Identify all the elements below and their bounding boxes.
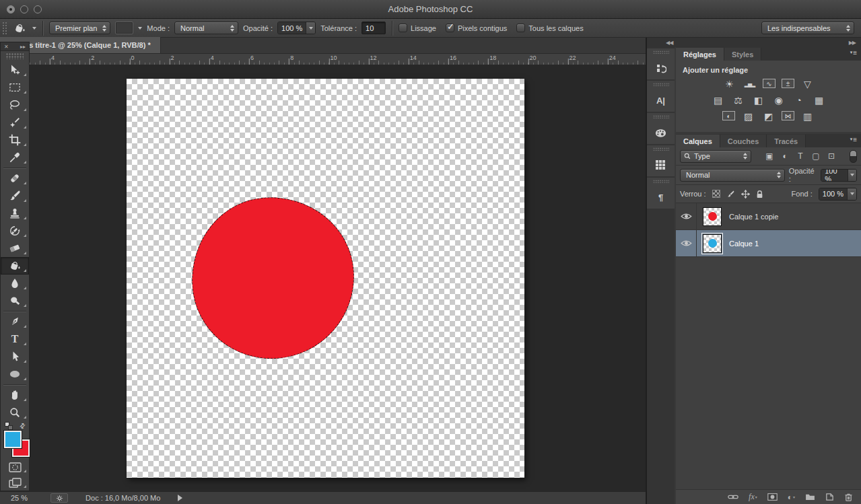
color-balance-adjustment-icon[interactable]: ⚖ (731, 95, 745, 106)
tab-réglages[interactable]: Réglages (676, 48, 724, 61)
panel-icon-paragraph[interactable]: ¶ (647, 178, 675, 209)
swatches-icon[interactable] (656, 154, 666, 176)
layer-visibility-eye-icon[interactable] (676, 203, 697, 229)
add-mask-button[interactable] (767, 493, 778, 501)
panel-icon-color[interactable] (647, 113, 675, 144)
type-tool[interactable]: T (1, 330, 29, 348)
layer-thumbnail[interactable] (703, 207, 722, 226)
screen-mode-button[interactable] (1, 475, 29, 491)
selected-shape[interactable] (186, 192, 359, 364)
blur-tool[interactable] (1, 275, 29, 292)
filter-toggle-switch[interactable] (850, 150, 857, 163)
fill-source-dropdown[interactable]: Premier plan (49, 22, 110, 34)
opacity-caret-icon[interactable] (306, 22, 315, 34)
delete-layer-button[interactable] (844, 493, 853, 501)
move-tool[interactable] (1, 61, 29, 79)
toolbar-grip[interactable] (6, 53, 24, 59)
collapse-strip-icon[interactable]: ◀◀ (666, 40, 673, 46)
workspace-dropdown[interactable]: Les indispensables (761, 22, 854, 34)
crop-tool[interactable] (1, 131, 29, 149)
tolerance-input[interactable]: 10 (361, 22, 386, 34)
layer-row[interactable]: Calque 1 copie (676, 203, 861, 230)
horizontal-ruler[interactable]: 42024681012141618202224 (0, 54, 646, 65)
collapse-panels-icon[interactable]: ▶▶ (849, 40, 856, 46)
new-adjustment-button[interactable]: ◐▾ (788, 493, 795, 502)
blend-mode-dropdown[interactable]: Normal (680, 169, 785, 182)
layer-thumbnail[interactable] (703, 234, 722, 253)
panel-icon-swatches[interactable] (647, 145, 675, 176)
tab-couches[interactable]: Couches (720, 135, 767, 147)
color-lookup-adjustment-icon[interactable]: ▦ (812, 95, 826, 106)
curves-adjustment-icon[interactable]: ∿ (763, 79, 776, 88)
document-size-info[interactable]: Doc : 16,0 Mo/8,00 Mo (85, 494, 160, 502)
layers-menu-icon[interactable]: ≡ (850, 136, 857, 143)
filter-shape-layers-icon[interactable]: ▢ (811, 151, 821, 161)
character-icon[interactable]: A| (656, 89, 665, 112)
canvas-viewport[interactable] (0, 65, 646, 491)
layer-row[interactable]: Calque 1 (676, 230, 861, 257)
mode-dropdown[interactable]: Normal (174, 22, 238, 34)
ellipse-tool[interactable] (1, 365, 29, 383)
hue-saturation-adjustment-icon[interactable]: ▤ (711, 95, 725, 106)
canvas-document[interactable] (127, 79, 524, 478)
checkbox-pixels-contigus[interactable]: Pixels contigus (446, 24, 507, 32)
opacity-dropdown[interactable]: 100 % (277, 22, 316, 34)
zoom-tool[interactable] (1, 404, 29, 421)
toolbar-close-icon[interactable]: ✕ (4, 44, 9, 50)
new-group-button[interactable] (805, 493, 815, 501)
layer-visibility-eye-icon[interactable] (676, 230, 697, 256)
marquee-tool[interactable] (1, 79, 29, 96)
panel-icon-character[interactable]: A| (647, 81, 675, 112)
lock-position-icon[interactable] (741, 190, 750, 199)
clone-stamp-tool[interactable] (1, 205, 29, 222)
quick-mask-button[interactable] (1, 460, 29, 475)
filter-smart-objects-icon[interactable]: ⊡ (827, 151, 837, 161)
lock-paint-icon[interactable] (726, 190, 735, 199)
pen-tool[interactable] (1, 313, 29, 330)
filter-type-layers-icon[interactable]: T (796, 151, 806, 161)
tab-styles[interactable]: Styles (724, 48, 761, 61)
color-icon[interactable] (655, 122, 666, 144)
link-layers-button[interactable] (728, 494, 738, 500)
checkbox-icon[interactable] (516, 24, 525, 32)
panel-icon-history[interactable] (647, 48, 675, 79)
photo-filter-adjustment-icon[interactable]: ◉ (771, 95, 786, 106)
toolbar-expand-icon[interactable]: ▸▸ (20, 44, 26, 50)
pattern-caret-icon[interactable] (138, 27, 142, 30)
lock-all-icon[interactable] (756, 190, 763, 199)
brightness-contrast-adjustment-icon[interactable]: ☀ (722, 79, 736, 89)
levels-adjustment-icon[interactable]: ▂▅▂ (743, 79, 757, 89)
invert-adjustment-icon[interactable]: ◐ (722, 111, 735, 120)
new-layer-button[interactable] (825, 493, 834, 501)
swap-colors-icon[interactable]: ⇄ (18, 421, 27, 431)
lock-transparency-icon[interactable] (712, 190, 720, 198)
layer-opacity-dropdown[interactable]: 100 % (821, 169, 857, 182)
zoom-level-field[interactable]: 25 % (11, 494, 28, 502)
checkbox-tous-les-calques[interactable]: Tous les calques (516, 24, 583, 32)
paragraph-icon[interactable]: ¶ (658, 186, 663, 209)
default-colors-icon[interactable] (5, 422, 13, 430)
pattern-swatch[interactable] (115, 22, 133, 34)
layer-name[interactable]: Calque 1 copie (729, 213, 778, 221)
history-brush-tool[interactable] (1, 222, 29, 240)
vibrance-adjustment-icon[interactable]: ▽ (800, 79, 815, 89)
magic-wand-tool[interactable] (1, 114, 29, 131)
checkbox-lissage[interactable]: Lissage (399, 24, 436, 32)
layer-fill-dropdown[interactable]: 100 % (819, 188, 857, 201)
layer-style-button[interactable]: fx▾ (749, 492, 757, 502)
black-white-adjustment-icon[interactable]: ◧ (751, 95, 765, 106)
dodge-tool[interactable] (1, 292, 29, 310)
filter-pixel-layers-icon[interactable]: ▣ (765, 151, 775, 161)
eyedropper-tool[interactable] (1, 149, 29, 166)
paint-bucket-tool[interactable] (1, 257, 29, 275)
hand-tool[interactable] (1, 386, 29, 404)
healing-brush-tool[interactable] (1, 170, 29, 187)
eraser-tool[interactable] (1, 240, 29, 257)
layer-name[interactable]: Calque 1 (729, 240, 759, 248)
channel-mixer-adjustment-icon[interactable]: ◔ (792, 95, 806, 106)
checkbox-icon[interactable] (446, 24, 454, 32)
filter-adjustment-layers-icon[interactable]: ◐ (780, 151, 790, 161)
gradient-map-adjustment-icon[interactable]: ⋈ (782, 111, 794, 120)
threshold-adjustment-icon[interactable]: ◩ (761, 111, 776, 122)
history-icon[interactable] (656, 57, 666, 79)
